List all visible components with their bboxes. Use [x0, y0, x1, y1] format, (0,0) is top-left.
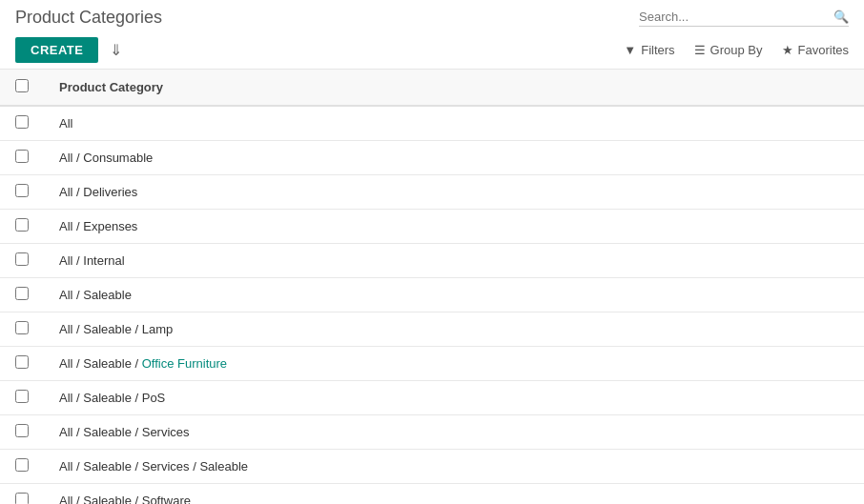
row-category-label[interactable]: All / Internal: [44, 244, 864, 278]
table-row[interactable]: All / Saleable / PoS: [0, 381, 864, 415]
row-category-label[interactable]: All / Saleable / Lamp: [44, 312, 864, 347]
groupby-button[interactable]: ☰ Group By: [694, 43, 763, 57]
row-checkbox[interactable]: [15, 355, 29, 369]
row-category-label[interactable]: All / Saleable / Services: [44, 415, 864, 450]
row-checkbox[interactable]: [15, 218, 29, 232]
groupby-label: Group By: [710, 43, 763, 57]
row-checkbox[interactable]: [15, 252, 29, 266]
row-category-label[interactable]: All / Saleable / Software: [44, 484, 864, 505]
row-checkbox-col: [0, 415, 44, 450]
filters-label: Filters: [641, 43, 674, 57]
search-icon: 🔍: [833, 10, 849, 24]
category-link[interactable]: Office Furniture: [142, 356, 227, 371]
star-icon: ★: [782, 43, 793, 57]
filter-icon: ▼: [624, 43, 636, 57]
row-checkbox[interactable]: [15, 287, 29, 300]
toolbar-right: ▼ Filters ☰ Group By ★ Favorites: [624, 43, 849, 57]
column-header-category: Product Category: [44, 70, 864, 106]
favorites-button[interactable]: ★ Favorites: [782, 43, 849, 57]
create-button[interactable]: CREATE: [15, 37, 98, 63]
row-checkbox[interactable]: [15, 390, 29, 403]
row-checkbox-col: [0, 278, 44, 312]
toolbar: CREATE ⇓ ▼ Filters ☰ Group By ★ Favorite…: [0, 31, 864, 70]
row-checkbox-col: [0, 106, 44, 141]
row-category-label[interactable]: All / Saleable / Office Furniture: [44, 347, 864, 381]
table-row[interactable]: All: [0, 106, 864, 141]
row-category-label[interactable]: All / Saleable / PoS: [44, 381, 864, 415]
row-category-label[interactable]: All / Deliveries: [44, 175, 864, 210]
row-category-label[interactable]: All / Consumable: [44, 141, 864, 175]
row-category-label[interactable]: All / Saleable / Services / Saleable: [44, 450, 864, 484]
table-row[interactable]: All / Consumable: [0, 141, 864, 175]
table-row[interactable]: All / Expenses: [0, 210, 864, 244]
row-checkbox[interactable]: [15, 184, 29, 197]
row-checkbox-col: [0, 312, 44, 347]
row-category-label[interactable]: All / Saleable: [44, 278, 864, 312]
table-row[interactable]: All / Deliveries: [0, 175, 864, 210]
table-row[interactable]: All / Saleable / Lamp: [0, 312, 864, 347]
download-icon[interactable]: ⇓: [110, 41, 122, 59]
table-row[interactable]: All / Saleable / Software: [0, 484, 864, 505]
filters-button[interactable]: ▼ Filters: [624, 43, 674, 57]
row-category-label[interactable]: All: [44, 106, 864, 141]
row-checkbox-col: [0, 244, 44, 278]
row-checkbox-col: [0, 210, 44, 244]
row-checkbox-col: [0, 484, 44, 505]
row-checkbox-col: [0, 141, 44, 175]
row-checkbox-col: [0, 450, 44, 484]
favorites-label: Favorites: [798, 43, 849, 57]
select-all-checkbox[interactable]: [15, 79, 29, 92]
row-category-label[interactable]: All / Expenses: [44, 210, 864, 244]
table-header-row: Product Category: [0, 70, 864, 106]
row-checkbox[interactable]: [15, 493, 29, 504]
page-header: Product Categories 🔍: [0, 0, 864, 31]
row-checkbox-col: [0, 175, 44, 210]
page-title: Product Categories: [15, 8, 162, 28]
groupby-icon: ☰: [694, 43, 706, 57]
row-checkbox[interactable]: [15, 321, 29, 334]
table-row[interactable]: All / Saleable / Office Furniture: [0, 347, 864, 381]
row-checkbox[interactable]: [15, 424, 29, 437]
table-row[interactable]: All / Internal: [0, 244, 864, 278]
row-checkbox[interactable]: [15, 458, 29, 472]
row-checkbox-col: [0, 381, 44, 415]
search-input[interactable]: [639, 10, 830, 24]
row-checkbox-col: [0, 347, 44, 381]
table-row[interactable]: All / Saleable / Services / Saleable: [0, 450, 864, 484]
header-checkbox-col: [0, 70, 44, 106]
table-row[interactable]: All / Saleable / Services: [0, 415, 864, 450]
search-container[interactable]: 🔍: [639, 10, 849, 27]
row-checkbox[interactable]: [15, 115, 29, 129]
product-category-table: Product Category AllAll / ConsumableAll …: [0, 70, 864, 504]
table-row[interactable]: All / Saleable: [0, 278, 864, 312]
row-checkbox[interactable]: [15, 150, 29, 163]
